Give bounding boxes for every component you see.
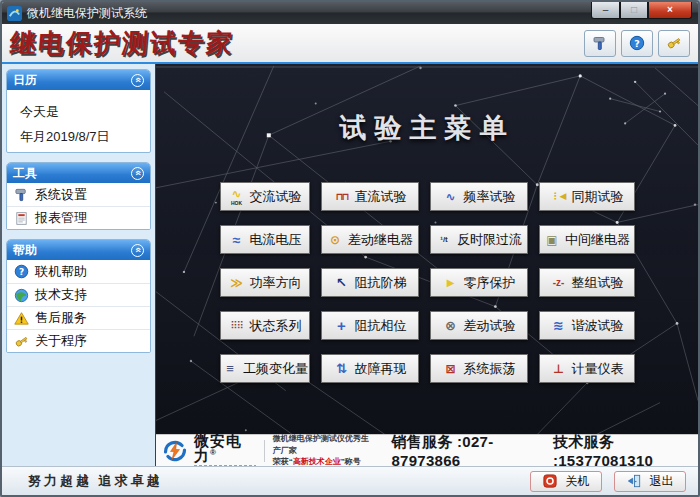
tools-panel-header[interactable]: 工具 xyxy=(7,163,150,183)
calendar-panel-header[interactable]: 日历 xyxy=(7,70,150,90)
menu-button-zero-sequence-protection[interactable]: ▶零序保护 xyxy=(430,268,528,297)
menu-button-current-voltage[interactable]: ≈电流电压 xyxy=(220,225,310,254)
tools-list: 系统设置报表管理 xyxy=(7,183,150,229)
menu-button-intermediate-relay[interactable]: ▣中间继电器 xyxy=(539,225,635,254)
menu-button-differential-test[interactable]: ⊗差动试验 xyxy=(430,311,528,340)
slogan-line-2: 荣获“高新技术企业”称号 xyxy=(273,456,374,466)
sidebar-item-report-management[interactable]: 报表管理 xyxy=(7,206,150,229)
menu-button-state-series[interactable]: ⠿⠿状态系列 xyxy=(220,311,310,340)
report-icon xyxy=(14,211,29,226)
collapse-chevron-icon[interactable] xyxy=(131,244,144,257)
menu-button-fault-replay[interactable]: ⇅故障再现 xyxy=(321,354,419,383)
company-name: 微安电力® xyxy=(194,433,256,463)
settings-tool-button[interactable] xyxy=(584,30,616,57)
exit-label: 退出 xyxy=(650,473,674,490)
calendar-panel-title: 日历 xyxy=(13,72,37,89)
menu-button-power-direction[interactable]: ≫功率方向 xyxy=(220,268,310,297)
shutdown-label: 关机 xyxy=(566,473,590,490)
app-icon xyxy=(7,6,22,21)
menu-button-label: 直流试验 xyxy=(355,188,407,206)
collapse-chevron-icon[interactable] xyxy=(131,74,144,87)
company-english-line xyxy=(194,465,256,466)
calendar-body: 今天是 年月2019/8/7日 xyxy=(7,90,150,152)
menu-button-label: 计量仪表 xyxy=(572,360,624,378)
menu-button-impedance-step[interactable]: ↖阻抗阶梯 xyxy=(321,268,419,297)
window-controls: – □ × xyxy=(591,2,698,19)
sidebar-item-tech-support[interactable]: 技术支持 xyxy=(7,283,150,306)
sidebar-item-online-help[interactable]: ?联机帮助 xyxy=(7,260,150,283)
sidebar-item-about-program[interactable]: 关于程序 xyxy=(7,329,150,352)
hammer-tool-icon xyxy=(14,187,29,202)
status-buttons: 关机 退出 xyxy=(530,471,686,492)
help-button[interactable]: ? xyxy=(621,30,653,57)
license-key-button[interactable] xyxy=(658,30,690,57)
sidebar: 日历 今天是 年月2019/8/7日 工具 系统设置报表管理 帮助 xyxy=(2,64,155,466)
menu-button-label: 谐波试验 xyxy=(572,317,624,335)
power-icon xyxy=(543,474,557,488)
key-icon xyxy=(14,334,29,349)
slogan-line-1: 微机继电保护测试仪优秀生产厂家 xyxy=(273,433,374,456)
menu-button-label: 零序保护 xyxy=(464,274,516,292)
menu-button-dc-test[interactable]: ⊓⊓直流试验 xyxy=(321,182,419,211)
tech-service-phone: 技术服务 :15377081310 xyxy=(553,433,692,467)
close-button[interactable]: × xyxy=(648,2,692,19)
menu-button-label: 故障再现 xyxy=(355,360,407,378)
header-toolbar: ? xyxy=(584,30,690,57)
harmonic-waves-icon: ≋ xyxy=(550,319,568,332)
stacked-lines-icon: ≡ xyxy=(221,362,239,375)
group-test-z-icon: -z- xyxy=(550,278,568,288)
menu-button-differential-relay[interactable]: ⊙差动继电器 xyxy=(321,225,419,254)
maximize-button[interactable]: □ xyxy=(620,2,648,19)
help-circle-icon: ? xyxy=(629,35,645,51)
company-motto: 努力超越 追求卓越 xyxy=(28,472,163,490)
menu-button-label: 阻抗相位 xyxy=(355,317,407,335)
menu-button-sync-test[interactable]: ⋮◀同期试验 xyxy=(539,182,635,211)
dc-square-wave-icon: ⊓⊓ xyxy=(333,192,351,202)
header-bar: 继电保护测试专家 ? xyxy=(2,24,698,64)
weian-logo-icon xyxy=(162,439,188,463)
menu-button-inverse-time-overcurrent[interactable]: ¹/t反时限过流 xyxy=(430,225,528,254)
sidebar-item-label: 系统设置 xyxy=(35,186,87,204)
minimize-button[interactable]: – xyxy=(591,2,620,19)
menu-button-pf-variation[interactable]: ≡工频变化量 xyxy=(220,354,310,383)
impedance-step-arrow-icon: ↖ xyxy=(333,276,351,289)
company-slogan: 微机继电保护测试仪优秀生产厂家 荣获“高新技术企业”称号 xyxy=(273,433,374,466)
menu-button-label: 同期试验 xyxy=(572,188,624,206)
help-panel-header[interactable]: 帮助 xyxy=(7,240,150,260)
menu-button-label: 电流电压 xyxy=(250,231,302,249)
menu-button-metering[interactable]: ⊥计量仪表 xyxy=(539,354,635,383)
title-bar: 微机继电保护测试系统 – □ × xyxy=(2,2,698,24)
hammer-tool-icon xyxy=(592,35,608,51)
current-waves-icon: ≈ xyxy=(228,233,246,247)
inverse-time-icon: ¹/t xyxy=(435,236,453,244)
company-logo-block: 微安电力® xyxy=(194,433,256,466)
honor-highlight: 高新技术企业 xyxy=(293,457,341,466)
sidebar-item-system-settings[interactable]: 系统设置 xyxy=(7,183,150,206)
relay-box-icon: ▣ xyxy=(543,234,561,246)
menu-button-impedance-phase[interactable]: +阻抗相位 xyxy=(321,311,419,340)
main-menu-title: 试验主菜单 xyxy=(340,110,515,146)
calendar-panel: 日历 今天是 年月2019/8/7日 xyxy=(6,69,151,153)
frequency-sine-icon: ∿ xyxy=(442,191,460,203)
shutdown-button[interactable]: 关机 xyxy=(530,471,602,492)
sidebar-item-label: 售后服务 xyxy=(35,309,87,327)
sidebar-item-after-sales-service[interactable]: 售后服务 xyxy=(7,306,150,329)
exit-button[interactable]: 退出 xyxy=(614,471,686,492)
menu-button-label: 反时限过流 xyxy=(457,231,522,249)
menu-button-frequency-test[interactable]: ∿频率试验 xyxy=(430,182,528,211)
relay-coil-icon: ⊙ xyxy=(326,234,344,246)
sort-arrows-icon: ⇅ xyxy=(333,362,351,375)
sidebar-item-label: 关于程序 xyxy=(35,332,87,350)
circled-cross-icon: ⊗ xyxy=(442,319,460,332)
menu-button-ac-test[interactable]: ∿HOK交流试验 xyxy=(220,182,310,211)
sync-marks-icon: ⋮◀ xyxy=(550,192,568,201)
menu-button-system-oscillation[interactable]: ⊠系统振荡 xyxy=(430,354,528,383)
key-icon xyxy=(666,35,682,51)
menu-button-harmonic-test[interactable]: ≋谐波试验 xyxy=(539,311,635,340)
calendar-date-text: 年月2019/8/7日 xyxy=(20,124,144,149)
menu-button-label: 交流试验 xyxy=(250,188,302,206)
menu-button-label: 差动继电器 xyxy=(348,231,413,249)
menu-button-whole-group-test[interactable]: -z-整组试验 xyxy=(539,268,635,297)
collapse-chevron-icon[interactable] xyxy=(131,167,144,180)
menu-grid: ∿HOK交流试验⊓⊓直流试验∿频率试验⋮◀同期试验≈电流电压⊙差动继电器¹/t反… xyxy=(220,182,635,383)
